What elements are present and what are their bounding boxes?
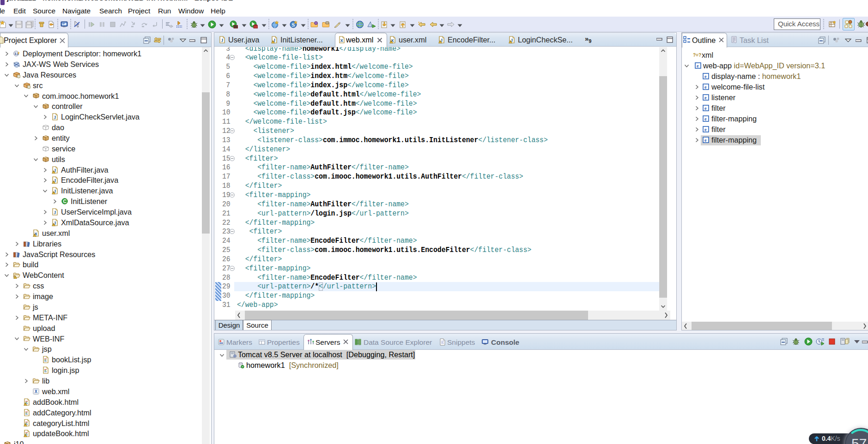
svg-text:e: e xyxy=(697,63,699,68)
svg-text:e: e xyxy=(704,106,707,111)
svg-text:J: J xyxy=(221,38,223,43)
svg-text:e: e xyxy=(704,74,707,79)
svg-text:e: e xyxy=(704,127,707,132)
svg-text:J: J xyxy=(54,210,56,215)
svg-text:?=?: ?=? xyxy=(693,53,701,58)
svg-text:x: x xyxy=(340,38,344,43)
svg-text:J: J xyxy=(54,115,56,120)
svg-text:X: X xyxy=(35,389,38,394)
svg-text:e: e xyxy=(704,138,707,143)
svg-text:C: C xyxy=(63,198,67,204)
svg-text:e: e xyxy=(704,116,707,121)
svg-text:e: e xyxy=(704,84,707,90)
svg-text:e: e xyxy=(704,95,707,100)
